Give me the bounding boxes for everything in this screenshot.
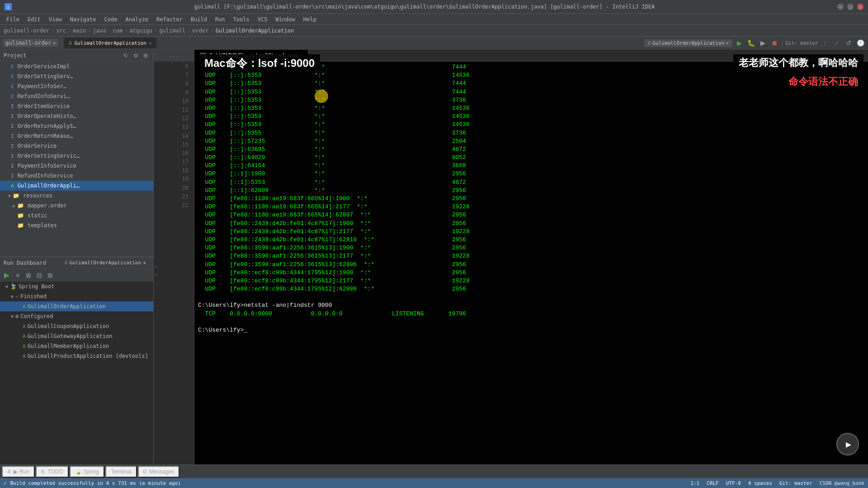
git-push-button[interactable]: ↑ (820, 38, 830, 48)
menu-navigate[interactable]: Navigate (66, 15, 100, 23)
member-app-item[interactable]: ▶ A GulimallMemberApplication (0, 341, 153, 351)
tree-item-orderserviceimpl[interactable]: C OrderServiceImpl (0, 61, 153, 71)
bottom-todo-tab[interactable]: 6: TODO (36, 466, 68, 478)
play-overlay-button[interactable]: ▶ (836, 433, 859, 455)
minimize-button[interactable]: — (837, 4, 844, 10)
bottom-spring-tab[interactable]: 🍃 Spring (70, 466, 105, 478)
debug-button[interactable]: 🐛 (746, 38, 756, 48)
menu-window[interactable]: Window (272, 15, 298, 23)
project-selector[interactable]: gulimall-order ▼ (3, 39, 58, 47)
tree-item-gulimallorderapp[interactable]: A GulimallOrderAppli… (0, 181, 153, 191)
cmd-tab[interactable]: ⬛ C:\WINDOWS\system32\cmd.exe ✕ (194, 50, 309, 61)
maximize-button[interactable]: □ (847, 4, 854, 10)
encoding[interactable]: UTF-8 (726, 480, 741, 486)
editor-tab-order-application[interactable]: A GulimallOrderApplication ✕ (64, 38, 156, 48)
spring-boot-section[interactable]: ▼ 🍃 Spring Boot (0, 282, 153, 291)
tree-item-paymentinfoser[interactable]: C PaymentInfoSer… (0, 81, 153, 91)
build-status-message[interactable]: Build completed successfully in 4 s 731 … (10, 480, 181, 486)
run-dashboard-run-btn[interactable]: ▶ (2, 270, 12, 280)
term-line-5: UDP [::]:5353 *:* 3736 (198, 96, 864, 104)
stop-button[interactable]: ⏹ (769, 38, 779, 48)
menu-vcs[interactable]: VCS (254, 15, 271, 23)
coverage-button[interactable]: ▶ (758, 38, 768, 48)
git-checkmark-button[interactable]: ✓ (832, 38, 842, 48)
breadcrumb-java[interactable]: java (93, 28, 106, 34)
close-button[interactable]: ✕ (857, 4, 863, 10)
tree-item-ordersettingservice[interactable]: I OrderSettingServic… (0, 151, 153, 161)
tree-item-static[interactable]: ▶ 📁 static (0, 211, 153, 221)
menu-analyze[interactable]: Analyze (122, 15, 152, 23)
breadcrumb-application[interactable]: GulimallOrderApplication (216, 28, 294, 34)
git-branch[interactable]: Git: master (779, 480, 812, 486)
csdn-badge[interactable]: CSDN @wang_book (820, 480, 864, 486)
run-dashboard-layout-btn[interactable]: ⊟ (34, 270, 44, 280)
run-tab-label: Run (19, 469, 29, 475)
menu-code[interactable]: Code (101, 15, 121, 23)
tree-item-paymentinfoservice[interactable]: I PaymentInfoService (0, 161, 153, 171)
panel-layout-button[interactable]: ⚙ (132, 52, 140, 60)
indent-setting[interactable]: 4 spaces (748, 480, 772, 486)
tree-item-orderreturnapp[interactable]: I OrderReturnApplyS… (0, 121, 153, 131)
tree-item-mapper-order[interactable]: ▶ 📁 mapper.order (0, 201, 153, 211)
term-line-27: UDP [fe80::ecf8:c99b:4344:1795%12]:2177 … (198, 277, 864, 285)
menu-edit[interactable]: Edit (24, 15, 44, 23)
window-controls[interactable]: — □ ✕ (837, 4, 863, 10)
finished-section[interactable]: ▼ ✓ Finished (0, 291, 153, 301)
terminal-content[interactable]: UDP [::]:5353 *:* 7444 UDP [::]:5353 *:*… (194, 61, 868, 465)
git-clock-button[interactable]: 🕐 (855, 38, 865, 48)
run-dashboard-tab-label: GulimallOrderApplication (69, 260, 141, 266)
run-dashboard-tab[interactable]: A GulimallOrderApplication ✕ (61, 259, 150, 266)
terminal-tab-bar: ⬛ C:\WINDOWS\system32\cmd.exe ✕ (194, 50, 868, 61)
tree-item-orderreturnreason[interactable]: I OrderReturnReaso… (0, 131, 153, 141)
menu-refactor[interactable]: Refactor (153, 15, 186, 23)
term-line-10: UDP [::]:57235 *:* 2504 (198, 137, 864, 145)
messages-tab-num: 0: (143, 469, 148, 475)
cursor-position[interactable]: 1:1 (690, 480, 699, 486)
run-config-selector[interactable]: A GulimallOrderApplication ▼ (644, 39, 733, 47)
breadcrumb-gulimall2[interactable]: gulimall (159, 28, 185, 34)
menu-run[interactable]: Run (212, 15, 229, 23)
breadcrumb-atguigu[interactable]: atguigu (130, 28, 153, 34)
run-dashboard-filter-btn1[interactable]: ≡ (13, 270, 23, 280)
line-ending[interactable]: CRLF (707, 480, 719, 486)
tree-item-templates[interactable]: ▶ 📁 templates (0, 221, 153, 230)
run-dashboard-tab-close[interactable]: ✕ (143, 260, 146, 266)
gateway-app-item[interactable]: ▶ A GulimallGatewayApplication (0, 331, 153, 341)
panel-sync-button[interactable]: ↻ (122, 52, 130, 60)
menu-view[interactable]: View (45, 15, 66, 23)
run-dashboard-filter-btn2[interactable]: ⊞ (24, 270, 33, 280)
menu-help[interactable]: Help (300, 15, 320, 23)
class-icon-3: C (11, 84, 14, 89)
tree-item-refundinfos[interactable]: C RefundInfoServi… (0, 91, 153, 101)
breadcrumb-main[interactable]: main (73, 28, 86, 34)
menu-tools[interactable]: Tools (230, 15, 253, 23)
run-button[interactable]: ▶ (734, 38, 744, 48)
product-app-item[interactable]: ▶ A GulimallProductApplication [devtools… (0, 351, 153, 361)
breadcrumb-order[interactable]: order (192, 28, 208, 34)
bottom-messages-tab[interactable]: 0: Messages (138, 466, 180, 478)
tree-item-orderservice[interactable]: I OrderService (0, 141, 153, 151)
bottom-run-tab[interactable]: 4: ▶ Run (2, 466, 35, 478)
tree-item-ordersettingserv[interactable]: C OrderSettingServ… (0, 71, 153, 81)
run-dashboard-filter-btn3[interactable]: ⊞ (45, 270, 55, 280)
coupon-app-item[interactable]: ▶ A GulimallCouponApplication (0, 321, 153, 331)
interface-icon-2: I (11, 113, 14, 119)
bottom-terminal-tab[interactable]: Terminal (105, 466, 137, 478)
configured-section[interactable]: ▼ ⚙ Configured (0, 311, 153, 321)
breadcrumb-gulimall-order[interactable]: gulimall-order (4, 28, 49, 34)
tree-item-orderoperatehisto[interactable]: I OrderOperateHisto… (0, 111, 153, 121)
cmd-tab-close[interactable]: ✕ (300, 53, 303, 58)
breadcrumb-com[interactable]: com (113, 28, 123, 34)
tab-close-button[interactable]: ✕ (149, 41, 152, 46)
tree-item-orderitemservice[interactable]: I OrderItemService (0, 101, 153, 111)
panel-filter-button[interactable]: ⊞ (142, 52, 150, 60)
tree-item-resources[interactable]: ▼ 📁 resources (0, 191, 153, 201)
menu-file[interactable]: File (3, 15, 23, 23)
git-undo-button[interactable]: ↺ (844, 38, 854, 48)
gulimall-order-app-item[interactable]: ▶ A GulimallOrderApplication (0, 301, 153, 311)
expand-icon-resources: ▼ (6, 193, 13, 198)
breadcrumb-src[interactable]: src (56, 28, 66, 34)
menu-build[interactable]: Build (187, 15, 211, 23)
tree-item-refundinfoservice[interactable]: I RefundInfoService (0, 171, 153, 181)
class-icon-4: C (11, 94, 14, 99)
